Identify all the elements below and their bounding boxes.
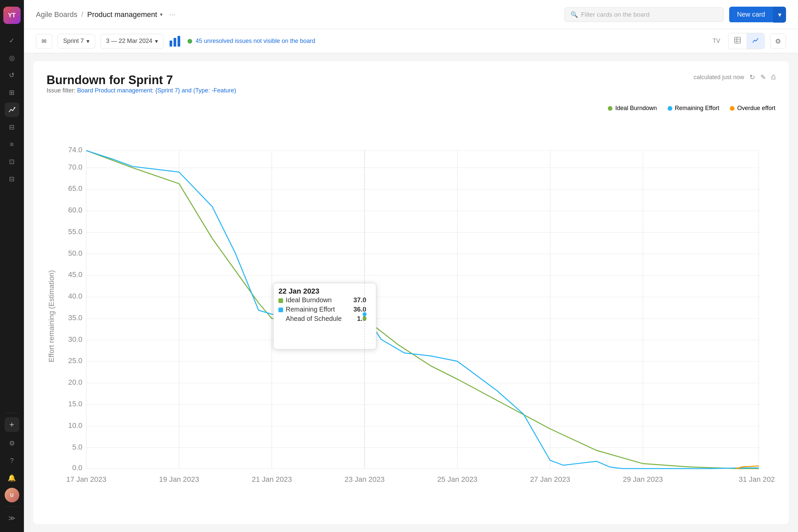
svg-text:20.0: 20.0 (68, 378, 82, 386)
sprint-label: Sprint 7 (63, 38, 84, 44)
legend-label-ideal: Ideal Burndown (615, 105, 657, 112)
issue-filter: Issue filter: Board Product management: … (46, 87, 236, 94)
topbar-right: 🔍 Filter cards on the board New card ▾ (564, 7, 786, 23)
breadcrumb-parent[interactable]: Agile Boards (36, 10, 77, 19)
search-box[interactable]: 🔍 Filter cards on the board (564, 7, 724, 22)
avatar[interactable]: U (5, 488, 19, 502)
notice-dot (188, 39, 192, 43)
svg-rect-3 (177, 36, 180, 46)
svg-point-68 (363, 317, 367, 321)
svg-text:19 Jan 2023: 19 Jan 2023 (159, 475, 199, 483)
svg-text:60.0: 60.0 (68, 206, 82, 214)
issue-filter-link[interactable]: Board Product management: {Sprint 7} and… (77, 87, 236, 94)
svg-text:23 Jan 2023: 23 Jan 2023 (344, 475, 385, 483)
svg-text:30.0: 30.0 (68, 335, 82, 343)
sidebar-item-check[interactable]: ✓ (5, 33, 19, 48)
svg-text:10.0: 10.0 (68, 421, 82, 430)
sidebar-item-chart[interactable] (5, 102, 19, 117)
svg-text:35.0: 35.0 (68, 314, 82, 322)
svg-text:40.0: 40.0 (68, 292, 82, 300)
sidebar-item-book[interactable]: ≡ (5, 137, 19, 152)
burndown-chart[interactable]: Effort remaining (Estimation) .axis-labe… (46, 117, 775, 512)
print-icon[interactable]: ⎙ (772, 74, 775, 81)
chart-title: Burndown for Sprint 7 (46, 73, 236, 87)
mail-icon: ✉ (41, 38, 46, 45)
svg-text:15.0: 15.0 (68, 400, 82, 408)
sidebar-item-board[interactable]: ⊞ (5, 85, 19, 100)
sidebar-item-inbox[interactable]: ⊡ (5, 154, 19, 169)
svg-rect-4 (735, 37, 740, 43)
date-chevron-icon: ▾ (155, 38, 158, 45)
view-chart-button[interactable] (746, 33, 764, 49)
legend-dot-remaining (668, 106, 672, 111)
legend-ideal-burndown: Ideal Burndown (608, 105, 657, 112)
svg-text:Ahead of Schedule: Ahead of Schedule (286, 315, 341, 322)
new-card-main[interactable]: New card (729, 7, 773, 22)
sidebar-help-icon[interactable]: ? (5, 453, 19, 468)
sidebar-expand-icon[interactable]: ≫ (5, 511, 19, 525)
breadcrumb-separator: / (81, 11, 83, 18)
svg-text:55.0: 55.0 (68, 227, 82, 236)
main-content: Agile Boards / Product management ▾ ··· … (24, 0, 798, 532)
new-card-button[interactable]: New card ▾ (729, 7, 786, 23)
svg-text:70.0: 70.0 (68, 163, 82, 171)
chart-type-icons[interactable] (169, 35, 182, 47)
add-button[interactable]: + (5, 417, 19, 432)
svg-rect-1 (170, 41, 172, 46)
refresh-icon[interactable]: ↻ (749, 73, 755, 81)
search-icon: 🔍 (571, 11, 578, 18)
svg-text:21 Jan 2023: 21 Jan 2023 (252, 475, 292, 483)
sidebar-item-target[interactable]: ◎ (5, 51, 19, 65)
svg-text:0.0: 0.0 (72, 463, 82, 472)
sidebar-bell-icon[interactable]: 🔔 (5, 471, 19, 485)
svg-text:17 Jan 2023: 17 Jan 2023 (66, 475, 107, 483)
legend-dot-ideal (608, 106, 612, 111)
edit-icon[interactable]: ✎ (760, 73, 766, 81)
new-card-dropdown[interactable]: ▾ (773, 7, 786, 23)
sidebar: YT ✓ ◎ ↺ ⊞ ⊟ ≡ ⊡ ⊟ + ⚙ ? 🔔 U ≫ (0, 0, 24, 532)
mail-button[interactable]: ✉ (36, 34, 52, 49)
sidebar-item-grid[interactable]: ⊟ (5, 120, 19, 134)
chart-area: Burndown for Sprint 7 Issue filter: Boar… (33, 61, 789, 524)
chevron-down-icon: ▾ (160, 11, 163, 18)
svg-text:27 Jan 2023: 27 Jan 2023 (530, 475, 570, 483)
date-selector[interactable]: 3 — 22 Mar 2024 ▾ (100, 34, 164, 49)
legend-label-remaining: Remaining Effort (675, 105, 720, 112)
tv-label: TV (712, 38, 720, 44)
legend-remaining-effort: Remaining Effort (668, 105, 720, 112)
chart-meta: calculated just now ↻ ✎ ⎙ (694, 73, 775, 81)
unresolved-notice[interactable]: 45 unresolved issues not visible on the … (188, 38, 315, 44)
svg-text:Effort remaining (Estimation): Effort remaining (Estimation) (47, 270, 56, 362)
sidebar-settings-icon[interactable]: ⚙ (5, 436, 19, 451)
breadcrumb-current[interactable]: Product management ▾ (87, 10, 162, 19)
unresolved-label: 45 unresolved issues not visible on the … (195, 38, 315, 44)
breadcrumb: Agile Boards / Product management ▾ ··· (36, 9, 178, 20)
legend-dot-overdue (730, 106, 735, 111)
legend-label-overdue: Overdue effort (737, 105, 775, 112)
chart-wrapper: Effort remaining (Estimation) .axis-labe… (46, 117, 775, 512)
svg-text:37.0: 37.0 (354, 296, 366, 304)
svg-text:5.0: 5.0 (72, 443, 82, 451)
svg-text:74.0: 74.0 (68, 146, 82, 154)
svg-rect-59 (278, 298, 283, 303)
sprint-selector[interactable]: Sprint 7 ▾ (58, 34, 95, 49)
svg-text:22 Jan 2023: 22 Jan 2023 (278, 287, 319, 295)
sidebar-item-layers[interactable]: ⊟ (5, 172, 19, 186)
toolbar: ✉ Sprint 7 ▾ 3 — 22 Mar 2024 ▾ 45 unreso… (24, 29, 798, 53)
svg-text:Remaining Effort: Remaining Effort (286, 306, 335, 313)
svg-text:31 Jan 2023: 31 Jan 2023 (739, 475, 775, 483)
breadcrumb-more[interactable]: ··· (167, 9, 178, 20)
svg-point-0 (14, 107, 15, 108)
sidebar-item-history[interactable]: ↺ (5, 68, 19, 82)
svg-text:36.0: 36.0 (354, 306, 366, 313)
svg-text:45.0: 45.0 (68, 270, 82, 279)
view-table-button[interactable] (728, 33, 746, 49)
svg-text:25 Jan 2023: 25 Jan 2023 (437, 475, 477, 483)
app-logo[interactable]: YT (3, 7, 21, 24)
sprint-chevron-icon: ▾ (87, 38, 90, 45)
svg-text:29 Jan 2023: 29 Jan 2023 (623, 475, 663, 483)
legend-overdue-effort: Overdue effort (730, 105, 775, 112)
search-placeholder: Filter cards on the board (581, 11, 650, 18)
svg-text:Ideal Burndown: Ideal Burndown (286, 296, 331, 304)
settings-button[interactable]: ⚙ (770, 34, 786, 49)
